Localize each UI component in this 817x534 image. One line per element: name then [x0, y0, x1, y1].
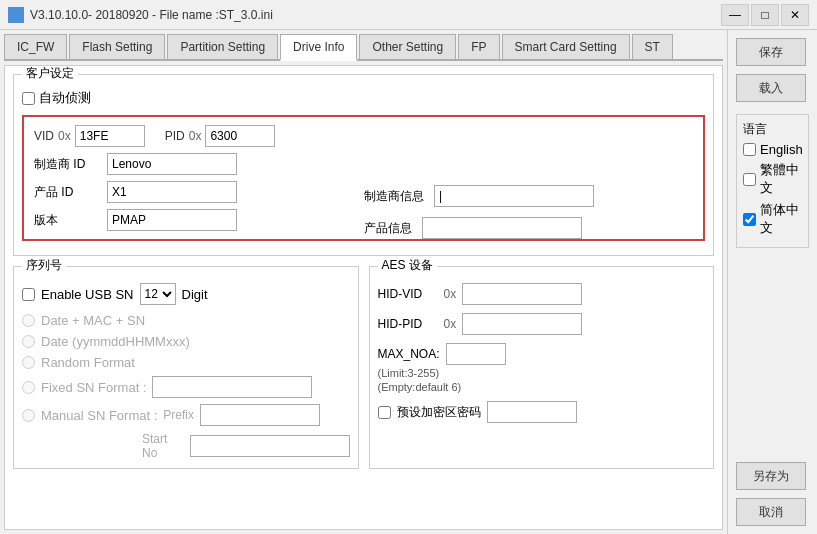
radio-date-mac-input[interactable]	[22, 314, 35, 327]
digit-select[interactable]: 12 8 16	[140, 283, 176, 305]
vid-label: VID	[34, 129, 54, 143]
mfr-info-label: 制造商信息	[364, 188, 424, 205]
radio-random: Random Format	[22, 355, 350, 370]
window-controls: — □ ✕	[721, 4, 809, 26]
lang-english-label: English	[760, 142, 803, 157]
vid-hex: 0x	[58, 129, 71, 143]
hid-vid-hex: 0x	[444, 287, 457, 301]
version-input[interactable]	[107, 209, 237, 231]
auto-detect-checkbox[interactable]	[22, 92, 35, 105]
radio-random-input[interactable]	[22, 356, 35, 369]
enable-usb-sn-checkbox[interactable]	[22, 288, 35, 301]
lang-simplified-checkbox[interactable]	[743, 213, 756, 226]
hid-pid-label: HID-PID	[378, 317, 438, 331]
fixed-sn-input[interactable]	[152, 376, 312, 398]
title-text: V3.10.10.0- 20180920 - File name :ST_3.0…	[30, 8, 721, 22]
product-input[interactable]	[107, 181, 237, 203]
tab-drive-info[interactable]: Drive Info	[280, 34, 357, 61]
product-label: 产品 ID	[34, 184, 99, 201]
tab-ic-fw[interactable]: IC_FW	[4, 34, 67, 59]
radio-date-format-input[interactable]	[22, 335, 35, 348]
lang-english-row: English	[743, 142, 802, 157]
vid-input[interactable]	[75, 125, 145, 147]
start-no-input[interactable]	[190, 435, 350, 457]
tab-partition-setting[interactable]: Partition Setting	[167, 34, 278, 59]
radio-manual-input[interactable]	[22, 409, 35, 422]
cancel-button[interactable]: 取消	[736, 498, 806, 526]
tab-bar: IC_FW Flash Setting Partition Setting Dr…	[4, 34, 723, 61]
lang-english-checkbox[interactable]	[743, 143, 756, 156]
enable-usb-sn-label: Enable USB SN	[41, 287, 134, 302]
maximize-button[interactable]: □	[751, 4, 779, 26]
pid-hex: 0x	[189, 129, 202, 143]
hid-pid-input[interactable]	[462, 313, 582, 335]
max-noa-label: MAX_NOA:	[378, 347, 440, 361]
product-info-input[interactable]	[422, 217, 582, 239]
tab-smart-card[interactable]: Smart Card Setting	[502, 34, 630, 59]
hid-vid-row: HID-VID 0x	[378, 283, 706, 305]
mfr-info-input[interactable]	[434, 185, 594, 207]
main-layout: IC_FW Flash Setting Partition Setting Dr…	[0, 30, 817, 534]
auto-detect-row: 自动侦测	[22, 89, 705, 107]
app-icon	[8, 7, 24, 23]
sidebar: 保存 载入 语言 English 繁體中文 简体中文 另存为 取消	[727, 30, 817, 534]
title-bar: V3.10.10.0- 20180920 - File name :ST_3.0…	[0, 0, 817, 30]
enable-usb-sn-row: Enable USB SN 12 8 16 Digit	[22, 283, 350, 305]
tab-other-setting[interactable]: Other Setting	[359, 34, 456, 59]
radio-date-mac-label: Date + MAC + SN	[41, 313, 145, 328]
minimize-button[interactable]: —	[721, 4, 749, 26]
manufacturer-label: 制造商 ID	[34, 156, 99, 173]
tab-fp[interactable]: FP	[458, 34, 499, 59]
aes-section: AES 设备 HID-VID 0x HID-PID 0x MAX_NOA:	[369, 266, 715, 469]
serial-section: 序列号 Enable USB SN 12 8 16 Digit	[13, 266, 359, 469]
hid-pid-hex: 0x	[444, 317, 457, 331]
prefix-label: Prefix	[163, 408, 194, 422]
tab-flash-setting[interactable]: Flash Setting	[69, 34, 165, 59]
start-no-label: Start No	[142, 432, 178, 460]
radio-fixed-label: Fixed SN Format :	[41, 380, 146, 395]
radio-date-mac: Date + MAC + SN	[22, 313, 350, 328]
max-noa-row: MAX_NOA:	[378, 343, 706, 365]
encrypt-checkbox[interactable]	[378, 406, 391, 419]
prefix-input[interactable]	[200, 404, 320, 426]
auto-detect-label: 自动侦测	[39, 89, 91, 107]
hid-vid-label: HID-VID	[378, 287, 438, 301]
pid-group: PID 0x	[165, 125, 276, 147]
serial-radio-group: Date + MAC + SN Date (yymmddHHMMxxx) Ran…	[22, 313, 350, 460]
version-label: 版本	[34, 212, 99, 229]
lang-traditional-checkbox[interactable]	[743, 173, 756, 186]
pid-label: PID	[165, 129, 185, 143]
lang-traditional-row: 繁體中文	[743, 161, 802, 197]
product-info-row: 产品信息	[364, 217, 594, 239]
manufacturer-row: 制造商 ID	[34, 153, 693, 175]
serial-section-title: 序列号	[22, 257, 66, 274]
panel: 客户设定 自动侦测 VID 0x PID 0	[4, 65, 723, 530]
right-info-area: 制造商信息 产品信息	[364, 185, 594, 239]
encrypt-row: 预设加密区密码	[378, 401, 706, 423]
hid-pid-row: HID-PID 0x	[378, 313, 706, 335]
load-button[interactable]: 载入	[736, 74, 806, 102]
aes-section-title: AES 设备	[378, 257, 437, 274]
vid-pid-row: VID 0x PID 0x	[34, 125, 693, 147]
encrypt-input[interactable]	[487, 401, 577, 423]
save-as-button[interactable]: 另存为	[736, 462, 806, 490]
lang-simplified-label: 简体中文	[760, 201, 802, 237]
max-noa-hint2: (Empty:default 6)	[378, 381, 706, 393]
bottom-panels: 序列号 Enable USB SN 12 8 16 Digit	[13, 266, 714, 469]
save-button[interactable]: 保存	[736, 38, 806, 66]
radio-random-label: Random Format	[41, 355, 135, 370]
radio-manual-sn: Manual SN Format : Prefix	[22, 404, 350, 426]
digit-label: Digit	[182, 287, 208, 302]
close-button[interactable]: ✕	[781, 4, 809, 26]
max-noa-area: MAX_NOA: (Limit:3-255) (Empty:default 6)	[378, 343, 706, 393]
radio-manual-label: Manual SN Format :	[41, 408, 157, 423]
max-noa-hint1: (Limit:3-255)	[378, 367, 706, 379]
manufacturer-input[interactable]	[107, 153, 237, 175]
encrypt-label: 预设加密区密码	[397, 404, 481, 421]
pid-input[interactable]	[205, 125, 275, 147]
tab-st[interactable]: ST	[632, 34, 673, 59]
customer-section-title: 客户设定	[22, 65, 78, 82]
radio-fixed-input[interactable]	[22, 381, 35, 394]
hid-vid-input[interactable]	[462, 283, 582, 305]
max-noa-input[interactable]	[446, 343, 506, 365]
